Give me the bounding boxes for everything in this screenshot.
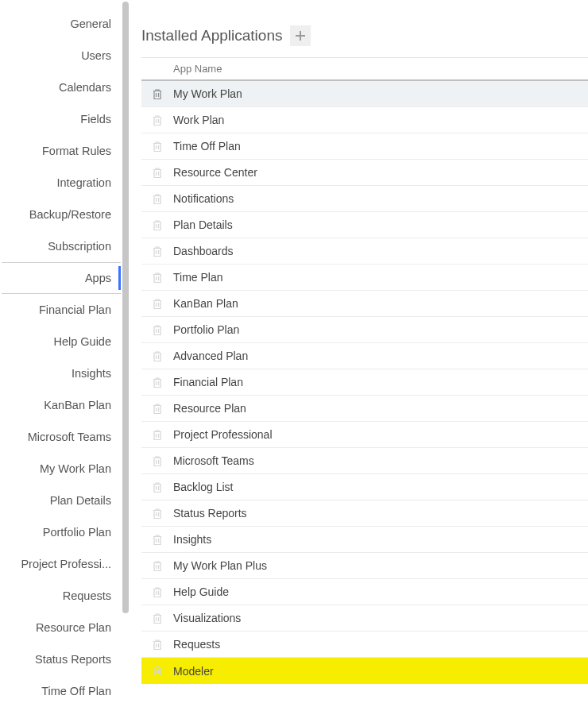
main-panel: Installed Applications App Name My Work … (130, 0, 588, 707)
app-layout: GeneralUsersCalendarsFieldsFormat RulesI… (0, 0, 588, 707)
applications-table: App Name My Work PlanWork PlanTime Off P… (141, 57, 588, 684)
app-name-cell: Time Plan (173, 271, 588, 284)
delete-button[interactable] (141, 298, 173, 310)
app-name-cell: Advanced Plan (173, 350, 588, 362)
sidebar-item-general[interactable]: General (2, 8, 121, 40)
trash-icon (152, 193, 163, 205)
delete-button[interactable] (141, 481, 173, 493)
trash-icon (152, 298, 163, 310)
sidebar-item-portfolio-plan[interactable]: Portfolio Plan (2, 516, 121, 548)
trash-icon (152, 612, 163, 624)
sidebar-item-label: Microsoft Teams (28, 431, 111, 443)
trash-icon (152, 88, 163, 100)
sidebar-item-label: General (70, 17, 111, 30)
delete-button[interactable] (141, 245, 173, 257)
table-row[interactable]: Time Off Plan (141, 133, 588, 160)
sidebar-item-help-guide[interactable]: Help Guide (2, 326, 121, 357)
delete-button[interactable] (141, 639, 173, 651)
delete-button[interactable] (141, 88, 173, 100)
delete-button[interactable] (141, 508, 173, 520)
delete-button[interactable] (141, 665, 173, 677)
app-name-cell: My Work Plan (173, 87, 588, 100)
sidebar-item-label: Help Guide (53, 335, 111, 348)
table-row[interactable]: Status Reports (141, 500, 588, 527)
sidebar-item-financial-plan[interactable]: Financial Plan (2, 294, 121, 326)
sidebar-item-my-work-plan[interactable]: My Work Plan (2, 453, 121, 485)
delete-button[interactable] (141, 193, 173, 205)
sidebar-item-kanban-plan[interactable]: KanBan Plan (2, 389, 121, 421)
table-row[interactable]: Notifications (141, 186, 588, 212)
app-name-cell: Notifications (173, 192, 588, 205)
column-header-appname: App Name (173, 63, 588, 75)
sidebar-item-backup-restore[interactable]: Backup/Restore (2, 199, 121, 230)
sidebar-item-users[interactable]: Users (2, 40, 121, 71)
delete-button[interactable] (141, 167, 173, 179)
sidebar-scrollbar[interactable] (121, 0, 130, 707)
table-row[interactable]: My Work Plan Plus (141, 553, 588, 579)
sidebar-item-label: My Work Plan (40, 462, 111, 475)
app-name-cell: Help Guide (173, 585, 588, 598)
sidebar-item-resource-plan[interactable]: Resource Plan (2, 612, 121, 643)
delete-button[interactable] (141, 350, 173, 362)
table-row[interactable]: Modeler (141, 658, 588, 684)
table-row[interactable]: Financial Plan (141, 369, 588, 396)
table-row[interactable]: Requests (141, 632, 588, 658)
sidebar-item-label: Project Professi... (21, 558, 111, 570)
table-row[interactable]: Backlog List (141, 474, 588, 500)
delete-button[interactable] (141, 429, 173, 441)
table-row[interactable]: My Work Plan (141, 81, 588, 107)
sidebar-item-subscription[interactable]: Subscription (2, 230, 121, 262)
table-row[interactable]: Advanced Plan (141, 343, 588, 369)
delete-button[interactable] (141, 403, 173, 415)
delete-button[interactable] (141, 324, 173, 336)
sidebar-item-label: KanBan Plan (44, 399, 111, 411)
table-row[interactable]: Time Plan (141, 265, 588, 291)
sidebar-item-insights[interactable]: Insights (2, 357, 121, 389)
sidebar-item-requests[interactable]: Requests (2, 580, 121, 612)
sidebar-item-fields[interactable]: Fields (2, 103, 121, 135)
delete-button[interactable] (141, 114, 173, 126)
delete-button[interactable] (141, 560, 173, 572)
table-row[interactable]: KanBan Plan (141, 291, 588, 317)
delete-button[interactable] (141, 377, 173, 388)
table-row[interactable]: Portfolio Plan (141, 317, 588, 343)
table-row[interactable]: Plan Details (141, 212, 588, 238)
add-application-button[interactable] (290, 25, 311, 46)
sidebar-item-integration[interactable]: Integration (2, 167, 121, 199)
table-body: My Work PlanWork PlanTime Off PlanResour… (141, 81, 588, 684)
trash-icon (152, 403, 163, 415)
sidebar-item-calendars[interactable]: Calendars (2, 71, 121, 103)
sidebar-item-plan-details[interactable]: Plan Details (2, 485, 121, 516)
scroll-thumb[interactable] (122, 2, 129, 613)
delete-button[interactable] (141, 612, 173, 624)
table-row[interactable]: Resource Plan (141, 396, 588, 422)
trash-icon (152, 586, 163, 598)
sidebar-item-status-reports[interactable]: Status Reports (2, 643, 121, 675)
table-row[interactable]: Microsoft Teams (141, 448, 588, 474)
delete-button[interactable] (141, 141, 173, 153)
delete-button[interactable] (141, 272, 173, 284)
table-row[interactable]: Project Professional (141, 422, 588, 448)
delete-button[interactable] (141, 586, 173, 598)
app-name-cell: Status Reports (173, 507, 588, 520)
sidebar-item-microsoft-teams[interactable]: Microsoft Teams (2, 421, 121, 453)
sidebar-item-project-professi[interactable]: Project Professi... (2, 548, 121, 580)
table-row[interactable]: Visualizations (141, 605, 588, 632)
delete-button[interactable] (141, 455, 173, 467)
table-row[interactable]: Dashboards (141, 238, 588, 265)
sidebar-item-apps[interactable]: Apps (2, 262, 121, 294)
sidebar-item-format-rules[interactable]: Format Rules (2, 135, 121, 167)
delete-button[interactable] (141, 219, 173, 231)
delete-button[interactable] (141, 534, 173, 546)
plus-icon (295, 30, 306, 41)
page-title: Installed Applications (141, 27, 282, 44)
table-row[interactable]: Resource Center (141, 160, 588, 186)
table-row[interactable]: Help Guide (141, 579, 588, 605)
sidebar-item-label: Portfolio Plan (43, 526, 111, 539)
app-name-cell: Backlog List (173, 481, 588, 493)
table-row[interactable]: Insights (141, 527, 588, 553)
table-row[interactable]: Work Plan (141, 107, 588, 133)
sidebar-item-time-off-plan[interactable]: Time Off Plan (2, 675, 121, 707)
app-name-cell: Time Off Plan (173, 140, 588, 153)
trash-icon (152, 639, 163, 651)
